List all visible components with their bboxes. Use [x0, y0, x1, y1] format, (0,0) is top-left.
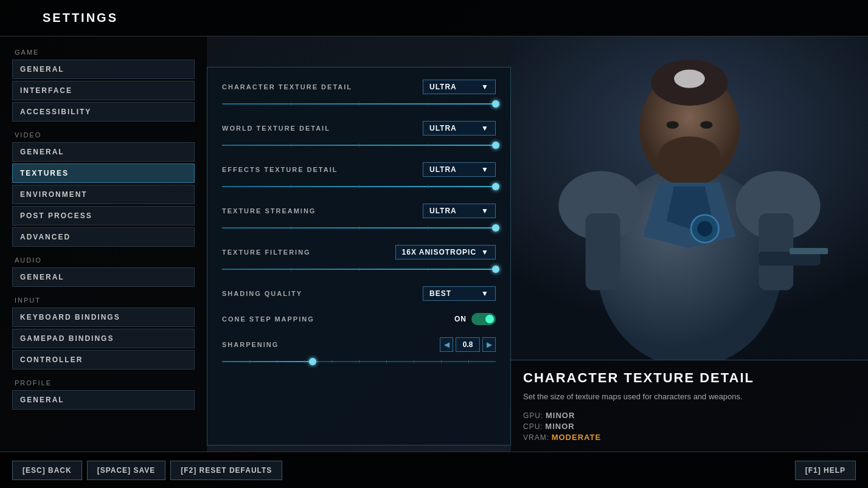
back-button[interactable]: [ESC] BACK [12, 461, 82, 480]
character-texture-thumb [492, 100, 499, 108]
sidebar-section-audio: AUDIO [12, 256, 195, 264]
texture-filtering-slider[interactable] [222, 264, 496, 274]
sidebar-item-video-environment[interactable]: ENVIRONMENT [12, 185, 195, 204]
shading-quality-label: SHADING QUALITY [222, 290, 302, 297]
effects-texture-slider[interactable] [222, 182, 496, 191]
sidebar-section-video: VIDEO [12, 131, 195, 139]
main-panel: CHARACTER TEXTURE DETAIL ULTRA ▼ WORLD T… [207, 67, 511, 445]
svg-rect-14 [759, 213, 793, 290]
sidebar-section-input: INPUT [12, 297, 195, 304]
sharpening-label: SHARPENING [222, 341, 279, 348]
character-texture-slider[interactable] [222, 99, 496, 109]
world-texture-label: WORLD TEXTURE DETAIL [222, 125, 330, 132]
sidebar-item-video-postprocess[interactable]: POST PROCESS [12, 206, 195, 225]
perf-vram-value: MODERATE [552, 433, 601, 442]
world-texture-slider[interactable] [222, 140, 496, 150]
texture-filtering-arrow: ▼ [481, 248, 489, 256]
effects-texture-track [222, 186, 496, 187]
character-texture-label: CHARACTER TEXTURE DETAIL [222, 83, 352, 91]
sharpening-track [222, 361, 496, 362]
sidebar-item-game-interface[interactable]: INTERFACE [12, 81, 195, 100]
perf-vram-label: VRAM: [523, 433, 549, 442]
sidebar-item-game-general[interactable]: GENERAL [12, 60, 195, 79]
world-texture-thumb [492, 142, 499, 149]
sidebar-item-video-textures[interactable]: TEXTURES [12, 163, 195, 183]
sidebar-item-video-general[interactable]: GENERAL [12, 142, 195, 162]
world-texture-dropdown[interactable]: ULTRA ▼ [423, 121, 496, 136]
info-text-area: CHARACTER TEXTURE DETAIL Set the size of… [511, 360, 868, 452]
texture-streaming-dropdown[interactable]: ULTRA ▼ [423, 204, 496, 218]
sidebar-item-keyboard-bindings[interactable]: KEYBOARD BINDINGS [12, 308, 195, 327]
effects-texture-thumb [492, 183, 499, 190]
perf-cpu-label: CPU: [523, 422, 543, 431]
character-texture-arrow: ▼ [481, 83, 489, 91]
cone-step-mapping-label: CONE STEP MAPPING [222, 315, 314, 323]
texture-streaming-slider[interactable] [222, 223, 496, 233]
setting-world-texture-detail: WORLD TEXTURE DETAIL ULTRA ▼ [222, 121, 496, 150]
texture-filtering-label: TEXTURE FILTERING [222, 249, 311, 256]
svg-rect-16 [790, 248, 828, 254]
setting-sharpening: SHARPENING ◀ 0.8 ▶ [222, 337, 496, 366]
texture-filtering-track [222, 269, 496, 270]
setting-cone-step-mapping: CONE STEP MAPPING ON [222, 313, 496, 325]
shading-quality-dropdown[interactable]: BEST ▼ [423, 286, 496, 301]
texture-streaming-thumb [492, 224, 499, 232]
texture-filtering-thumb [492, 266, 499, 273]
setting-character-texture-detail: CHARACTER TEXTURE DETAIL ULTRA ▼ [222, 80, 496, 109]
effects-texture-value: ULTRA [429, 165, 457, 174]
svg-point-8 [667, 121, 679, 129]
sharpening-stepper: ◀ 0.8 ▶ [440, 337, 496, 352]
texture-streaming-track [222, 227, 496, 229]
cone-step-mapping-value: ON [454, 315, 467, 323]
info-desc: Set the size of texture maps used for ch… [523, 391, 856, 403]
character-texture-dropdown[interactable]: ULTRA ▼ [423, 80, 496, 94]
sidebar-item-profile-general[interactable]: GENERAL [12, 390, 195, 410]
svg-point-18 [697, 221, 712, 236]
sidebar-item-audio-general[interactable]: GENERAL [12, 267, 195, 287]
character-texture-track [222, 103, 496, 105]
effects-texture-dropdown[interactable]: ULTRA ▼ [423, 162, 496, 177]
texture-filtering-dropdown[interactable]: 16X ANISOTROPIC ▼ [395, 245, 496, 259]
help-button[interactable]: [F1] HELP [795, 461, 856, 480]
cone-step-mapping-toggle[interactable] [471, 313, 496, 325]
perf-cpu-row: CPU: MINOR [523, 422, 856, 431]
sidebar-item-game-accessibility[interactable]: ACCESSIBILITY [12, 102, 195, 122]
perf-cpu-value: MINOR [545, 422, 574, 431]
sharpening-decrement[interactable]: ◀ [440, 337, 453, 352]
cone-step-mapping-toggle-container: ON [454, 313, 496, 325]
sidebar-item-video-advanced[interactable]: ADVANCED [12, 227, 195, 247]
effects-texture-label: EFFECTS TEXTURE DETAIL [222, 166, 338, 173]
svg-rect-13 [586, 213, 620, 290]
setting-effects-texture-detail: EFFECTS TEXTURE DETAIL ULTRA ▼ [222, 162, 496, 191]
perf-gpu-label: GPU: [523, 411, 543, 420]
sharpening-fill [222, 361, 313, 362]
setting-texture-streaming: TEXTURE STREAMING ULTRA ▼ [222, 204, 496, 233]
texture-streaming-label: TEXTURE STREAMING [222, 207, 316, 215]
sidebar-item-gamepad-bindings[interactable]: GAMEPAD BINDINGS [12, 329, 195, 348]
sharpening-slider[interactable] [222, 357, 496, 366]
character-image [511, 36, 868, 360]
top-bar: SETTINGS [0, 0, 868, 36]
world-texture-value: ULTRA [429, 124, 457, 132]
texture-streaming-arrow: ▼ [481, 207, 489, 215]
reset-defaults-button[interactable]: [F2] RESET DEFAULTS [170, 461, 282, 480]
sidebar-item-controller[interactable]: CONTROLLER [12, 350, 195, 369]
perf-gpu-value: MINOR [546, 411, 575, 420]
perf-vram-row: VRAM: MODERATE [523, 433, 856, 442]
sharpening-value: 0.8 [456, 337, 480, 352]
perf-gpu-row: GPU: MINOR [523, 411, 856, 420]
texture-filtering-value: 16X ANISOTROPIC [402, 248, 477, 256]
svg-point-9 [700, 121, 712, 129]
save-button[interactable]: [SPACE] SAVE [87, 461, 166, 480]
character-texture-value: ULTRA [429, 83, 457, 91]
sharpening-thumb [309, 358, 316, 365]
setting-texture-filtering: TEXTURE FILTERING 16X ANISOTROPIC ▼ [222, 245, 496, 274]
sharpening-increment[interactable]: ▶ [482, 337, 496, 352]
info-title: CHARACTER TEXTURE DETAIL [523, 370, 856, 386]
perf-stats: GPU: MINOR CPU: MINOR VRAM: MODERATE [523, 411, 856, 442]
bottom-bar: [ESC] BACK [SPACE] SAVE [F2] RESET DEFAU… [0, 452, 868, 488]
texture-streaming-value: ULTRA [429, 207, 457, 215]
svg-point-10 [659, 137, 720, 175]
sidebar-section-profile: PROFILE [12, 379, 195, 387]
effects-texture-arrow: ▼ [481, 165, 489, 174]
